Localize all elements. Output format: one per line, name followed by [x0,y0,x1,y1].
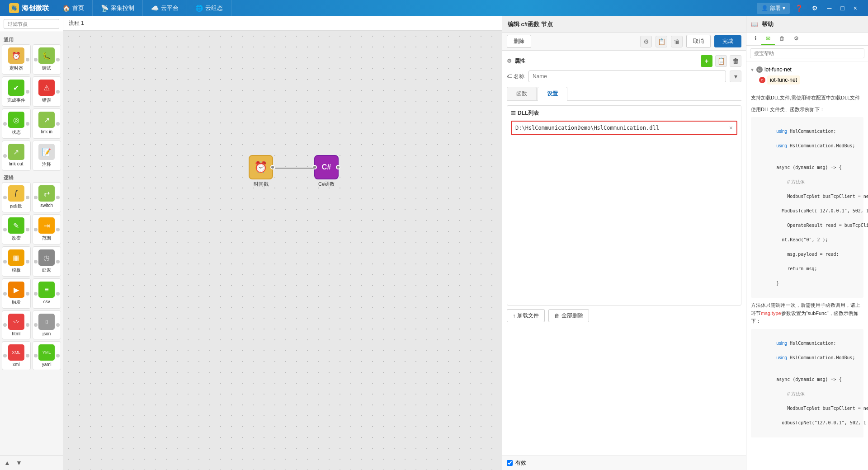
help-btn[interactable]: ❓ [792,3,807,14]
node-delay[interactable]: ◷ 延迟 [33,246,61,277]
prop-add-icon[interactable]: + [701,55,712,67]
link-out-dot [3,154,7,158]
help-tab-message[interactable]: ✉ [761,33,775,45]
help-tree: ▼ C iot-func-net C iot-func-net [746,61,868,89]
canvas-node-timestamp[interactable]: ⏰ 时间戳 [249,155,273,188]
help-search-input[interactable] [750,48,864,58]
search-input[interactable] [4,19,59,29]
help-tab-info[interactable]: ℹ [750,33,761,45]
tree-root-label: iot-func-net [764,66,792,73]
node-comment[interactable]: 📝 注释 [33,141,61,171]
name-label: 🏷 名称 [507,73,525,80]
node-js-func-label: js函数 [10,203,22,209]
node-trigger[interactable]: ▶ 触发 [2,278,31,309]
xml-dot-left [3,354,7,357]
complete-dot [26,90,29,94]
json-dot-left [34,323,38,327]
node-json[interactable]: {} json [33,310,61,339]
minimize-btn[interactable]: ─ [823,3,835,14]
change-dot-left [3,228,7,231]
tab-settings[interactable]: 设置 [538,87,567,101]
help-description-2: 使用DLL文件类、函数示例如下： [751,106,863,114]
delete-button[interactable]: 删除 [507,35,531,48]
range-dot-left [34,228,38,231]
timer-icon: ⏰ [8,47,24,64]
help-panel-icon: 📖 [751,21,758,28]
toolbar-icon2[interactable]: 📋 [656,36,667,47]
node-status[interactable]: ◎ 状态 [2,108,31,139]
switch-dot-left [34,196,38,199]
tree-selected-item[interactable]: C iot-func-net [750,74,864,86]
cancel-button[interactable]: 取消 [686,35,711,48]
maximize-btn[interactable]: □ [837,3,848,14]
name-input[interactable] [528,70,726,82]
general-nodes: ⏰ 定时器 🐛 调试 ✔ 完成事件 ⚠ 错误 [2,44,61,171]
tree-chevron-icon: ▼ [750,67,755,72]
trash-icon: 🗑 [554,313,560,319]
node-complete-event[interactable]: ✔ 完成事件 [2,76,31,107]
toolbar-icon1[interactable]: ⚙ [640,36,652,47]
editor-tabs: 函数 设置 [507,87,741,101]
settings-btn[interactable]: ⚙ [808,3,821,14]
node-template[interactable]: ▦ 模板 [2,246,31,277]
palette-up-btn[interactable]: ▲ [2,457,13,468]
clear-all-button[interactable]: 🗑 全部删除 [548,309,589,322]
nav-home[interactable]: 🏠 首页 [54,0,93,16]
html-dot-left [3,323,7,327]
node-link-in[interactable]: ↗ link in [33,108,61,139]
jsfunc-dot-left [3,196,7,199]
user-menu[interactable]: 👤 部署 ▾ [757,3,790,14]
template-icon: ▦ [8,249,24,266]
help-tab-settings[interactable]: ⚙ [789,33,803,45]
debug-icon: 🐛 [38,47,55,64]
search-bar [0,16,63,32]
load-file-button[interactable]: ↑ 加载文件 [507,309,545,322]
flow-area: 流程 1 ⏰ 时间戳 C# C#函数 [63,16,502,470]
logo-icon: 海 [9,3,19,13]
close-btn[interactable]: × [850,3,861,14]
node-csv[interactable]: ≡ csv [33,278,61,309]
node-link-out-label: link out [9,161,24,166]
node-switch[interactable]: ⇄ switch [33,182,61,212]
name-dropdown-icon[interactable]: ▾ [730,70,741,82]
node-template-label: 模板 [12,267,21,273]
help-tab-delete[interactable]: 🗑 [775,33,789,45]
node-html[interactable]: </> html [2,310,31,339]
node-timer[interactable]: ⏰ 定时器 [2,44,31,75]
palette-down-btn[interactable]: ▼ [14,457,24,468]
node-change[interactable]: ✎ 改变 [2,214,31,244]
node-switch-label: switch [40,203,53,208]
complete-button[interactable]: 完成 [714,35,741,47]
node-js-func[interactable]: ƒ js函数 [2,182,31,212]
app-logo[interactable]: 海 海创微联 [4,3,54,13]
prop-delete-icon[interactable]: 🗑 [730,55,741,67]
delay-icon: ◷ [38,249,55,266]
user-dropdown-icon: ▾ [783,5,785,11]
node-error[interactable]: ⚠ 错误 [33,76,61,107]
dll-item-1: D:\HslCommunicationDemo\HslCommunication… [511,121,737,135]
dll-remove-btn[interactable]: × [729,124,733,132]
node-yaml[interactable]: YML yaml [33,341,61,370]
node-debug-label: 调试 [42,65,51,71]
dll-scroll-area: D:\HslCommunicationDemo\HslCommunication… [511,121,737,301]
node-range[interactable]: ⇥ 范围 [33,214,61,244]
toolbar-icon3[interactable]: 🗑 [671,36,683,47]
trigger-icon: ▶ [8,282,24,298]
prop-copy-icon[interactable]: 📋 [715,55,727,67]
node-link-out[interactable]: ↗ link out [2,141,31,171]
node-debug[interactable]: 🐛 调试 [33,44,61,75]
nav-cloud-state[interactable]: 🌐 云组态 [187,0,231,16]
help-panel: 📖 帮助 ℹ ✉ 🗑 ⚙ ▼ C iot-func-net C iot-func… [746,16,868,470]
delay-dot [56,260,60,263]
tab-function[interactable]: 函数 [507,87,537,100]
cloud-icon: ☁️ [151,5,159,12]
canvas-node-csharp[interactable]: C# C#函数 [314,155,339,188]
nav-collect[interactable]: 📡 采集控制 [93,0,143,16]
canvas[interactable]: ⏰ 时间戳 C# C#函数 [63,31,502,470]
nav-cloud[interactable]: ☁️ 云平台 [143,0,187,16]
canvas-connections [63,31,502,470]
effective-checkbox[interactable] [507,460,513,466]
node-complete-label: 完成事件 [7,97,25,103]
tree-root[interactable]: ▼ C iot-func-net [750,65,864,74]
node-xml[interactable]: XML xml [2,341,31,370]
